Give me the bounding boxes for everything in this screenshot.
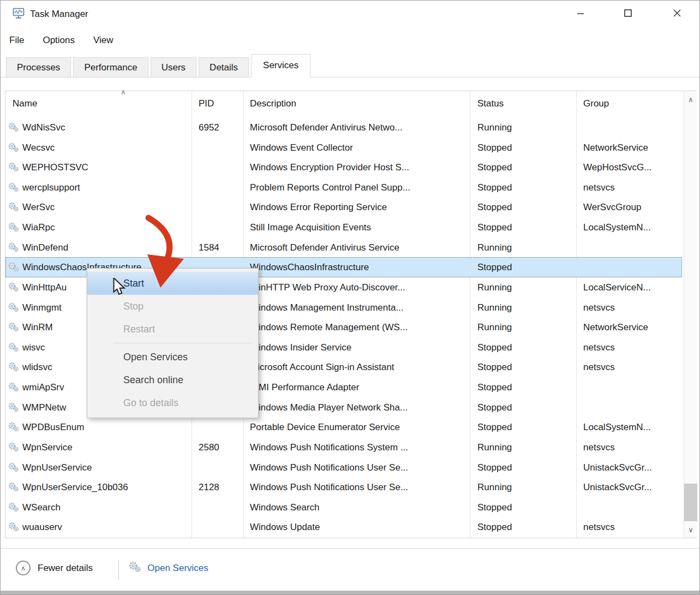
service-name: Winmgmt bbox=[22, 297, 62, 318]
column-header-name[interactable]: Name bbox=[13, 92, 37, 115]
service-status: Stopped bbox=[477, 517, 512, 537]
service-status: Running bbox=[477, 277, 512, 297]
service-row-WdNisSvc[interactable]: WdNisSvc6952Microsoft Defender Antivirus… bbox=[1, 117, 700, 138]
service-pid: 2580 bbox=[199, 437, 219, 457]
service-gear-icon bbox=[8, 382, 20, 395]
service-row-wercplsupport[interactable]: wercplsupportProblem Reports Control Pan… bbox=[1, 177, 700, 198]
column-header-status[interactable]: Status bbox=[477, 92, 504, 115]
menu-item-go-to-details[interactable]: Go to details bbox=[87, 391, 258, 414]
service-group: UnistackSvcGr... bbox=[583, 457, 652, 478]
service-gear-icon bbox=[8, 322, 20, 335]
service-row-wuauserv[interactable]: wuauservWindows UpdateStoppednetsvcs bbox=[1, 517, 700, 537]
service-group: netsvcs bbox=[583, 177, 615, 198]
service-status: Stopped bbox=[477, 457, 512, 478]
service-row-WiaRpc[interactable]: WiaRpcStill Image Acquisition EventsStop… bbox=[1, 217, 700, 237]
service-group: netsvcs bbox=[583, 437, 615, 457]
service-gear-icon bbox=[8, 242, 20, 255]
service-description: Windows Update bbox=[250, 517, 320, 537]
service-group: netsvcs bbox=[583, 337, 615, 358]
service-gear-icon bbox=[8, 502, 20, 515]
service-row-WSearch[interactable]: WSearchWindows SearchStopped bbox=[1, 497, 700, 517]
service-group: LocalSystemN... bbox=[583, 217, 651, 237]
service-description: Windows Push Notifications System ... bbox=[250, 437, 408, 457]
open-services-label: Open Services bbox=[147, 563, 208, 574]
service-gear-icon bbox=[8, 261, 20, 275]
column-header-description[interactable]: Description bbox=[250, 92, 296, 115]
menubar-item-file[interactable]: File bbox=[9, 35, 24, 46]
menu-bar: FileOptionsView bbox=[1, 31, 113, 50]
tab-users[interactable]: Users bbox=[151, 57, 196, 78]
fewer-details-button[interactable]: ∧ Fewer details bbox=[16, 561, 93, 575]
tab-details[interactable]: Details bbox=[199, 57, 249, 78]
service-pid: 2128 bbox=[199, 477, 219, 497]
menu-item-start[interactable]: Start bbox=[87, 272, 258, 295]
service-name: WSearch bbox=[22, 497, 61, 517]
service-pid: 6952 bbox=[199, 117, 219, 138]
service-row-WEPHOSTSVC[interactable]: WEPHOSTSVCWindows Encryption Provider Ho… bbox=[1, 157, 700, 177]
service-pid: 1584 bbox=[199, 237, 219, 258]
service-status: Stopped bbox=[477, 138, 512, 158]
menu-item-stop[interactable]: Stop bbox=[87, 295, 258, 318]
menubar-item-view[interactable]: View bbox=[93, 35, 113, 46]
scroll-up-icon[interactable]: ∧ bbox=[684, 91, 697, 108]
service-description: Microsoft Defender Antivirus Service bbox=[250, 237, 399, 258]
service-row-WpnService[interactable]: WpnService2580Windows Push Notifications… bbox=[1, 437, 700, 457]
menu-item-search-online[interactable]: Search online bbox=[87, 368, 258, 391]
service-description: Still Image Acquisition Events bbox=[250, 217, 371, 237]
service-name: WinHttpAu bbox=[22, 277, 67, 297]
service-description: Windows Encryption Provider Host S... bbox=[250, 157, 409, 177]
service-status: Stopped bbox=[477, 197, 512, 217]
tab-performance[interactable]: Performance bbox=[73, 57, 148, 78]
service-status: Stopped bbox=[477, 257, 512, 277]
service-description: WMI Performance Adapter bbox=[250, 377, 359, 397]
service-gear-icon bbox=[8, 421, 20, 435]
service-gear-icon bbox=[8, 342, 20, 355]
tab-services[interactable]: Services bbox=[251, 54, 310, 78]
service-status: Running bbox=[477, 477, 512, 497]
service-description: Windows Push Notifications User Se... bbox=[250, 477, 408, 497]
service-group: NetworkService bbox=[583, 138, 648, 158]
service-gear-icon bbox=[8, 462, 20, 475]
service-status: Stopped bbox=[477, 497, 512, 517]
service-status: Stopped bbox=[477, 397, 512, 418]
scroll-down-icon[interactable]: ∨ bbox=[684, 521, 697, 538]
service-row-Wecsvc[interactable]: WecsvcWindows Event CollectorStoppedNetw… bbox=[1, 138, 700, 158]
service-description: Windows Management Instrumenta... bbox=[250, 297, 404, 318]
menu-item-restart[interactable]: Restart bbox=[87, 318, 258, 341]
service-gear-icon bbox=[8, 402, 20, 415]
scrollbar-thumb[interactable] bbox=[684, 484, 697, 521]
service-name: wisvc bbox=[22, 337, 45, 358]
window-title: Task Manager bbox=[30, 1, 88, 28]
service-name: WPDBusEnum bbox=[22, 417, 84, 437]
context-menu: StartStopRestartOpen ServicesSearch onli… bbox=[87, 268, 259, 418]
task-manager-window: Task Manager FileOptionsView ProcessesPe… bbox=[0, 0, 700, 595]
service-group: netsvcs bbox=[583, 297, 615, 318]
service-gear-icon bbox=[8, 521, 20, 534]
column-header-group[interactable]: Group bbox=[583, 92, 609, 115]
service-row-WinDefend[interactable]: WinDefend1584Microsoft Defender Antiviru… bbox=[1, 237, 700, 258]
minimize-button[interactable] bbox=[568, 4, 593, 22]
service-row-WerSvc[interactable]: WerSvcWindows Error Reporting ServiceSto… bbox=[1, 197, 700, 217]
service-description: Windows Error Reporting Service bbox=[250, 197, 387, 217]
menubar-item-options[interactable]: Options bbox=[43, 35, 75, 46]
service-group: WerSvcGroup bbox=[583, 197, 641, 217]
service-gear-icon bbox=[8, 162, 20, 175]
service-gear-icon bbox=[8, 142, 20, 155]
close-button[interactable] bbox=[665, 4, 690, 22]
service-group: LocalServiceN... bbox=[583, 277, 651, 297]
chevron-up-circle-icon: ∧ bbox=[16, 561, 31, 575]
service-row-WpnUserService_10b036[interactable]: WpnUserService_10b0362128Windows Push No… bbox=[1, 477, 700, 497]
service-gear-icon bbox=[8, 182, 20, 195]
open-services-link[interactable]: Open Services bbox=[128, 561, 208, 575]
column-header-pid[interactable]: PID bbox=[199, 92, 214, 115]
sort-ascending-icon: ∧ bbox=[121, 88, 126, 96]
service-row-WpnUserService[interactable]: WpnUserServiceWindows Push Notifications… bbox=[1, 457, 700, 478]
service-group: NetworkService bbox=[583, 317, 648, 337]
service-name: WdNisSvc bbox=[22, 117, 65, 138]
menu-item-open-services[interactable]: Open Services bbox=[87, 346, 258, 368]
service-row-WPDBusEnum[interactable]: WPDBusEnumPortable Device Enumerator Ser… bbox=[1, 417, 700, 437]
tab-processes[interactable]: Processes bbox=[6, 57, 71, 78]
vertical-scrollbar[interactable]: ∧ ∨ bbox=[684, 91, 697, 538]
maximize-button[interactable] bbox=[615, 4, 641, 22]
service-gear-icon bbox=[8, 282, 20, 295]
